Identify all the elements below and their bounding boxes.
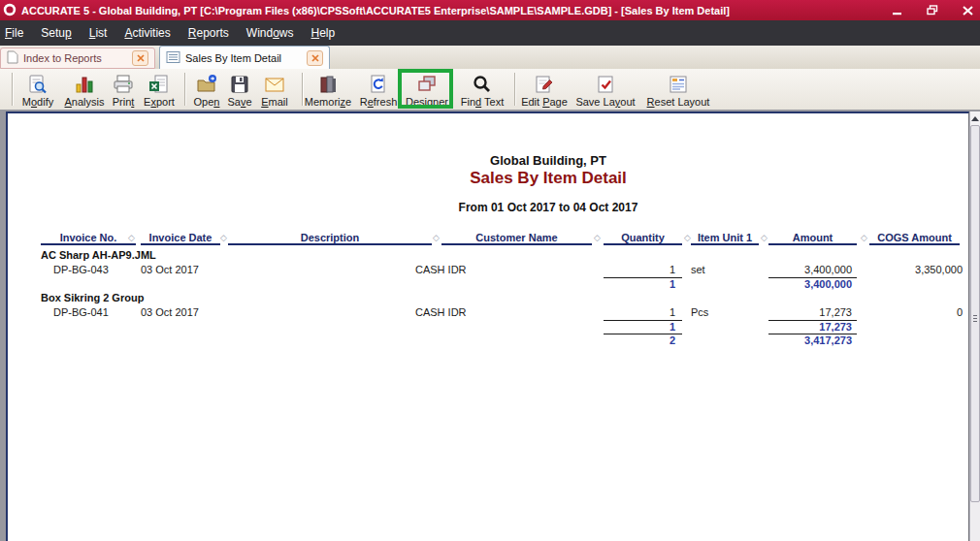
- export-icon: [147, 74, 171, 95]
- cell-amount: 17,273: [768, 306, 852, 319]
- open-icon: [195, 74, 218, 95]
- tab-close-icon[interactable]: [307, 50, 323, 66]
- menu-setup[interactable]: Setup: [32, 22, 80, 44]
- save-layout-button[interactable]: Save Layout: [574, 71, 637, 108]
- cell-item-unit: set: [691, 264, 749, 276]
- column-header-customer-name: Customer Name: [441, 232, 592, 245]
- cell-invoice-date: 03 Oct 2017: [141, 306, 218, 319]
- restore-button[interactable]: [926, 5, 939, 16]
- analysis-icon: [73, 74, 96, 95]
- cell-invoice-no: DP-BG-041: [53, 306, 136, 319]
- menu-help[interactable]: Help: [303, 22, 344, 44]
- designer-button[interactable]: Designer: [402, 71, 452, 108]
- refresh-button[interactable]: Refresh: [355, 71, 402, 108]
- cell-quantity: 1: [604, 306, 675, 319]
- title-bar: ACCURATE 5 - Global Building, PT [C:\Pro…: [0, 0, 980, 20]
- toolbar-separator: [514, 73, 515, 106]
- group-header: Box Sikring 2 Group: [41, 292, 144, 303]
- group-subtotal-row: 1 17,273: [0, 320, 980, 333]
- edit-page-icon: [533, 74, 556, 95]
- column-header-cogs-amount: COGS Amount: [869, 232, 960, 245]
- tab-label: Sales By Item Detail: [185, 52, 281, 64]
- menu-windows[interactable]: Windows: [238, 22, 303, 44]
- analysis-button[interactable]: Analysis: [60, 71, 109, 108]
- toolbar-separator: [12, 73, 13, 106]
- column-separator-diamond-icon: ◇: [861, 233, 867, 242]
- cell-item-unit: Pcs: [691, 306, 749, 319]
- close-button[interactable]: [961, 5, 974, 16]
- column-separator-diamond-icon: ◇: [433, 233, 440, 242]
- cell-cogs-amount: 3,350,000: [869, 264, 963, 276]
- designer-icon: [415, 74, 439, 95]
- column-header-invoice-date: Invoice Date: [141, 232, 220, 245]
- table-row: DP-BG-041 03 Oct 2017 CASH IDR 1 Pcs 17,…: [0, 306, 980, 319]
- subtotal-quantity: 1: [604, 277, 682, 290]
- cell-cogs-amount: 0: [869, 306, 963, 319]
- refresh-icon: [367, 74, 390, 95]
- subtotal-quantity: 1: [604, 320, 682, 333]
- toolbar-separator: [184, 73, 185, 106]
- scroll-up-arrow-icon[interactable]: [970, 111, 980, 125]
- toolbar: Modify Analysis Print Export Open Save E…: [0, 69, 980, 111]
- open-button[interactable]: Open: [190, 71, 223, 108]
- memorize-icon: [316, 74, 340, 95]
- reset-layout-button[interactable]: Reset Layout: [644, 71, 712, 108]
- email-button[interactable]: Email: [256, 71, 293, 108]
- column-separator-diamond-icon: ◇: [220, 233, 227, 242]
- report-company-name: Global Building, PT: [116, 153, 980, 168]
- column-separator-diamond-icon: ◇: [128, 233, 135, 242]
- column-separator-diamond-icon: ◇: [684, 233, 691, 242]
- detail-document-icon: [166, 50, 180, 66]
- vertical-scrollbar[interactable]: [969, 111, 980, 541]
- edit-page-button[interactable]: Edit Page: [518, 71, 571, 108]
- group-header: AC Sharp AH-AP9.JML: [41, 249, 156, 261]
- menu-activities[interactable]: Activities: [115, 22, 179, 44]
- cell-amount: 3,400,000: [768, 264, 852, 276]
- column-header-invoice-no: Invoice No.: [41, 232, 136, 245]
- column-separator-diamond-icon: ◇: [761, 233, 768, 242]
- save-layout-icon: [594, 74, 617, 95]
- reset-layout-icon: [667, 74, 690, 95]
- cell-invoice-date: 03 Oct 2017: [141, 264, 218, 276]
- find-text-icon: [471, 74, 494, 95]
- subtotal-amount: 17,273: [768, 320, 857, 333]
- tab-label: Index to Reports: [23, 52, 102, 64]
- save-button[interactable]: Save: [223, 71, 256, 108]
- column-header-item-unit-1: Item Unit 1: [691, 232, 759, 245]
- menu-list[interactable]: List: [81, 22, 116, 44]
- tab-index-to-reports[interactable]: Index to Reports: [0, 48, 155, 69]
- modify-button[interactable]: Modify: [16, 71, 60, 108]
- cell-quantity: 1: [604, 264, 675, 276]
- grand-total-row: 2 3,417,273: [0, 334, 980, 346]
- save-icon: [228, 74, 251, 95]
- column-separator-diamond-icon: ◇: [594, 233, 601, 242]
- column-header-amount: Amount: [768, 232, 857, 245]
- cell-customer-name: CASH IDR: [415, 264, 571, 276]
- memorize-button[interactable]: Memorize: [301, 71, 355, 108]
- app-logo-icon: [3, 3, 16, 18]
- menu-file[interactable]: File: [0, 22, 32, 44]
- tab-bar: Index to Reports Sales By Item Detail: [0, 46, 980, 69]
- minimize-button[interactable]: [891, 5, 904, 16]
- cell-customer-name: CASH IDR: [415, 306, 571, 319]
- report-period: From 01 Oct 2017 to 04 Oct 2017: [116, 201, 980, 214]
- subtotal-amount: 3,400,000: [768, 277, 857, 290]
- application-window: ACCURATE 5 - Global Building, PT [C:\Pro…: [0, 0, 980, 541]
- window-title: ACCURATE 5 - Global Building, PT [C:\Pro…: [21, 5, 730, 16]
- tab-close-icon[interactable]: [132, 50, 148, 66]
- menu-reports[interactable]: Reports: [180, 22, 238, 44]
- find-text-button[interactable]: Find Text: [454, 71, 510, 108]
- column-header-quantity: Quantity: [604, 232, 682, 245]
- print-button[interactable]: Print: [109, 71, 138, 108]
- menu-bar: File Setup List Activities Reports Windo…: [0, 20, 980, 46]
- tab-sales-by-item-detail[interactable]: Sales By Item Detail: [159, 46, 330, 69]
- cell-invoice-no: DP-BG-043: [53, 264, 136, 276]
- scrollbar-grip-icon: [973, 315, 977, 323]
- export-button[interactable]: Export: [138, 71, 180, 108]
- scrollbar-thumb[interactable]: [970, 125, 980, 502]
- column-header-description: Description: [228, 232, 432, 245]
- print-icon: [112, 74, 135, 95]
- modify-icon: [26, 74, 49, 95]
- table-row: DP-BG-043 03 Oct 2017 CASH IDR 1 set 3,4…: [0, 264, 980, 276]
- grand-total-amount: 3,417,273: [768, 334, 857, 346]
